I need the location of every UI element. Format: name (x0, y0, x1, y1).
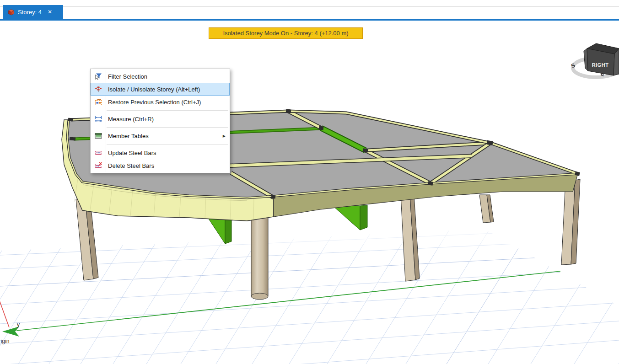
restore-selection-icon (91, 98, 106, 106)
filter-selection-icon (91, 73, 106, 80)
measure-icon (91, 115, 106, 123)
viewport-3d[interactable]: y origin (0, 0, 619, 364)
menu-separator (107, 127, 228, 128)
storey-cube-icon (8, 9, 15, 16)
menu-item-isolate-storey[interactable]: Isolate / Unisolate Storey (Alt+Left) (91, 83, 230, 96)
menu-item-member-tables[interactable]: Member Tables ▶ (91, 129, 230, 142)
view-cube-front-label[interactable]: RIGHT (592, 62, 609, 68)
delete-steel-bars-icon (91, 162, 106, 169)
y-axis (16, 271, 560, 331)
update-steel-bars-icon (91, 149, 106, 156)
menu-item-label: Delete Steel Bars (108, 162, 154, 169)
tab-bar-divider (0, 6, 619, 7)
view-cube[interactable]: S E W RIGHT (570, 43, 619, 78)
menu-item-label: Restore Previous Selection (Ctrl+J) (108, 99, 201, 106)
menu-item-filter-selection[interactable]: Filter Selection (91, 70, 230, 83)
menu-item-restore-selection[interactable]: Restore Previous Selection (Ctrl+J) (91, 96, 230, 108)
tab-bar-underline (0, 19, 619, 21)
tab-label: Storey: 4 (18, 9, 42, 16)
member-tables-icon (91, 132, 106, 139)
x-axis (0, 300, 9, 327)
menu-item-label: Filter Selection (108, 73, 147, 80)
submenu-arrow-icon: ▶ (223, 134, 226, 138)
menu-item-label: Measure (Ctrl+R) (108, 116, 154, 123)
menu-item-delete-steel-bars[interactable]: Delete Steel Bars (91, 159, 230, 172)
origin-label: origin (0, 338, 9, 344)
menu-item-measure[interactable]: Measure (Ctrl+R) (91, 112, 230, 125)
menu-separator (107, 110, 228, 111)
y-axis-label: y (17, 321, 20, 328)
menu-item-update-steel-bars[interactable]: Update Steel Bars (91, 146, 230, 159)
menu-item-label: Update Steel Bars (108, 150, 156, 156)
menu-item-label: Isolate / Unisolate Storey (Alt+Left) (108, 86, 200, 93)
column-middle[interactable] (401, 196, 420, 281)
tab-bar: Storey: 4 ✕ (0, 0, 619, 21)
menu-separator (107, 144, 228, 145)
context-menu: Filter Selection Isolate / Unisolate Sto… (90, 69, 230, 173)
isolated-storey-banner: Isolated Storey Mode On - Storey: 4 (+12… (209, 27, 363, 39)
isolate-storey-icon (91, 86, 106, 93)
tab-close-icon[interactable]: ✕ (48, 9, 52, 15)
menu-item-label: Member Tables (108, 133, 149, 139)
tab-storey-4[interactable]: Storey: 4 ✕ (3, 5, 63, 19)
column-round[interactable] (251, 216, 268, 300)
column-right[interactable] (561, 179, 580, 265)
